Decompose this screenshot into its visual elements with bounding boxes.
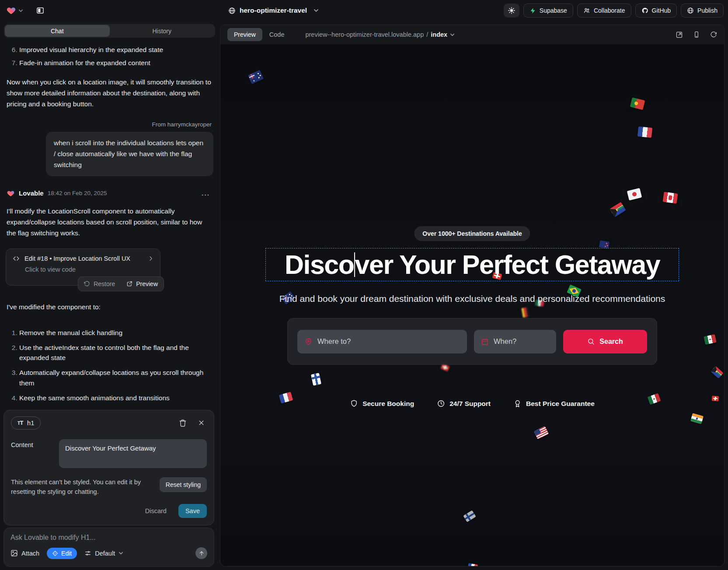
content-field-label: Content bbox=[11, 439, 59, 468]
assistant-header: Lovable 18:42 on Feb 20, 2025 ... bbox=[7, 189, 213, 197]
tab-history[interactable]: History bbox=[110, 25, 215, 37]
settings-button[interactable] bbox=[504, 3, 519, 17]
chat-mode-selector[interactable]: Default bbox=[84, 550, 123, 557]
publish-button[interactable]: Publish bbox=[681, 3, 724, 17]
restore-button[interactable]: Restore bbox=[78, 277, 121, 291]
list-item: Improved visual hierarchy in the expande… bbox=[19, 45, 213, 55]
github-button[interactable]: GitHub bbox=[635, 3, 677, 17]
message-menu-button[interactable]: ... bbox=[202, 189, 210, 197]
brand bbox=[0, 4, 47, 17]
flag-australia-icon bbox=[248, 70, 264, 84]
edit-mode-button[interactable]: Edit bbox=[47, 548, 77, 559]
send-button[interactable] bbox=[195, 547, 207, 559]
project-chevron-down-icon bbox=[313, 8, 319, 13]
list-item: Automatically expand/collapse locations … bbox=[19, 367, 213, 388]
assistant-paragraph: Now when you click on a location image, … bbox=[7, 77, 212, 110]
flag-france-icon bbox=[467, 563, 478, 566]
save-button[interactable]: Save bbox=[178, 504, 207, 518]
date-input[interactable] bbox=[494, 337, 549, 346]
award-icon bbox=[513, 399, 522, 408]
tab-chat[interactable]: Chat bbox=[5, 25, 110, 37]
sidebar-toggle-button[interactable] bbox=[33, 4, 47, 17]
search-button[interactable]: Search bbox=[563, 330, 647, 353]
chevron-right-icon bbox=[148, 255, 154, 262]
user-message-bubble: when i scroll into the individual locati… bbox=[46, 132, 213, 176]
destination-input[interactable] bbox=[317, 337, 460, 346]
content-field[interactable]: Discover Your Perfect Getaway bbox=[59, 439, 207, 468]
reset-styling-button[interactable]: Reset styling bbox=[160, 477, 207, 492]
trust-badge-support: 24/7 Support bbox=[437, 399, 491, 408]
search-icon bbox=[587, 338, 595, 345]
flag-switzerland-icon bbox=[712, 395, 719, 401]
assistant-list: Improved visual hierarchy in the expande… bbox=[6, 45, 213, 68]
tab-preview[interactable]: Preview bbox=[227, 28, 262, 41]
version-actions: Restore Preview bbox=[78, 276, 164, 291]
flag-new-zealand-icon bbox=[599, 240, 610, 249]
clock-icon bbox=[437, 399, 445, 408]
discard-button[interactable]: Discard bbox=[145, 507, 167, 514]
mobile-view-icon[interactable] bbox=[693, 31, 700, 38]
flag-germany-icon bbox=[521, 307, 530, 318]
assistant-paragraph: I'll modify the LocationScroll component… bbox=[7, 206, 212, 239]
tab-code[interactable]: Code bbox=[269, 31, 285, 38]
edit-card-subtitle: Click to view code bbox=[25, 266, 154, 273]
lovable-heart-logo-icon[interactable] bbox=[6, 6, 16, 15]
trust-badge-price: Best Price Guarantee bbox=[513, 399, 595, 408]
selected-element-chip[interactable]: TT h1 bbox=[11, 416, 41, 430]
preview-version-button[interactable]: Preview bbox=[121, 277, 164, 291]
list-item: Fade-in animation for the expanded conte… bbox=[19, 58, 213, 68]
restore-icon bbox=[84, 281, 90, 287]
people-icon bbox=[583, 7, 590, 14]
trash-icon[interactable] bbox=[179, 419, 187, 427]
hero-heading[interactable]: Discover Your Perfect Getaway bbox=[285, 249, 660, 280]
url-host: preview--hero-optimizer-travel.lovable.a… bbox=[305, 31, 424, 38]
open-in-new-tab-icon[interactable] bbox=[676, 31, 683, 38]
flag-india-icon bbox=[690, 413, 704, 424]
lovable-app-window: hero-optimizer-travel Supabase bbox=[0, 0, 728, 570]
edit-version-card[interactable]: Edit #18 • Improve Location Scroll UX Cl… bbox=[6, 248, 160, 286]
flag-portugal-icon bbox=[630, 98, 645, 110]
flag-france-icon bbox=[637, 126, 652, 138]
external-link-icon bbox=[126, 281, 132, 287]
ask-lovable-input[interactable] bbox=[10, 534, 207, 542]
flag-canada-icon bbox=[663, 192, 678, 203]
trust-badges-row: Secure Booking 24/7 Support Best Price G… bbox=[350, 399, 595, 408]
user-attribution: From harrymckayroper bbox=[6, 121, 212, 128]
flag-france-icon bbox=[279, 392, 293, 404]
trust-badge-secure: Secure Booking bbox=[350, 399, 414, 408]
lovable-heart-avatar bbox=[7, 189, 15, 197]
project-switcher[interactable]: hero-optimizer-travel bbox=[228, 7, 319, 14]
shield-icon bbox=[350, 399, 358, 408]
target-icon bbox=[52, 550, 58, 556]
image-icon bbox=[10, 549, 18, 557]
destination-input-wrap bbox=[297, 330, 467, 353]
ask-lovable-card: Attach Edit Default bbox=[3, 528, 214, 567]
url-chevron-down-icon bbox=[450, 32, 455, 37]
attach-button[interactable]: Attach bbox=[10, 549, 39, 557]
refresh-icon[interactable] bbox=[710, 31, 717, 38]
collaborate-button[interactable]: Collaborate bbox=[577, 3, 631, 17]
brand-chevron-down-icon[interactable] bbox=[18, 8, 23, 13]
flag-south-africa-icon bbox=[610, 202, 626, 217]
preview-url[interactable]: preview--hero-optimizer-travel.lovable.a… bbox=[305, 31, 455, 38]
supabase-button[interactable]: Supabase bbox=[523, 3, 573, 17]
assistant-paragraph: I've modified the component to: bbox=[7, 301, 212, 312]
flag-united-states-icon bbox=[534, 426, 549, 439]
flag-japan-icon bbox=[627, 188, 642, 201]
element-editor-panel: TT h1 Content Discover Your Perfect Geta… bbox=[3, 410, 214, 525]
preview-viewport: Over 1000+ Destinations Available Discov… bbox=[220, 44, 724, 566]
chevron-down-icon bbox=[118, 551, 123, 556]
project-name: hero-optimizer-travel bbox=[240, 7, 307, 14]
close-icon[interactable] bbox=[198, 419, 205, 427]
h1-selection-outline[interactable]: Discover Your Perfect Getaway bbox=[265, 248, 679, 281]
date-input-wrap bbox=[474, 330, 556, 353]
styling-note: This element can't be styled. You can ed… bbox=[11, 477, 160, 497]
top-actions: Supabase Collaborate GitHub Publish bbox=[504, 3, 724, 17]
message-timestamp: 18:42 on Feb 20, 2025 bbox=[48, 190, 107, 196]
flag-finland-icon bbox=[463, 510, 476, 522]
url-page: index bbox=[431, 31, 447, 38]
search-panel: Search bbox=[287, 318, 657, 365]
destinations-badge: Over 1000+ Destinations Available bbox=[414, 226, 530, 241]
list-item: Keep the same smooth animations and tran… bbox=[19, 393, 213, 403]
gear-icon bbox=[508, 7, 516, 14]
